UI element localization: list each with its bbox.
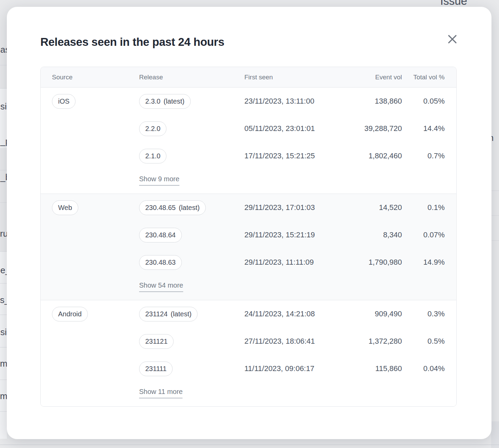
backdrop-text-fragment: m	[0, 358, 8, 369]
show-more-link[interactable]: Show 54 more	[139, 281, 183, 292]
table-header-row: Source Release First seen Event vol Tota…	[41, 67, 456, 88]
total-vol-value: 14.4%	[402, 124, 445, 133]
table-row: Web 230.48.65(latest) 29/11/2023, 17:01:…	[41, 194, 456, 221]
first-seen-value: 05/11/2023, 23:01:01	[244, 124, 324, 133]
first-seen-value: 29/11/2023, 11:11:09	[244, 258, 324, 267]
event-vol-value: 909,490	[324, 309, 402, 318]
column-header-release: Release	[139, 74, 244, 81]
show-more-row: Show 54 more	[41, 276, 456, 300]
backdrop-text-fragment: si	[0, 101, 7, 112]
release-badge: 230.48.64	[139, 228, 182, 242]
source-badge: Web	[52, 200, 78, 215]
backdrop-row-divider	[491, 240, 499, 241]
event-vol-value: 115,860	[324, 364, 402, 373]
release-badge: 231111	[139, 361, 173, 376]
release-latest-suffix: (latest)	[163, 97, 184, 105]
total-vol-value: 0.1%	[402, 203, 445, 212]
release-badge: 230.48.65(latest)	[139, 200, 206, 215]
release-version: 230.48.64	[145, 231, 176, 239]
table-row: 231111 11/11/2023, 09:06:17 115,860 0.04…	[41, 355, 456, 382]
release-latest-suffix: (latest)	[171, 310, 191, 318]
release-version: 2.1.0	[145, 152, 160, 160]
backdrop-row-divider	[0, 251, 7, 252]
backdrop-bottom-divider	[0, 445, 499, 445]
release-badge: 230.48.63	[139, 255, 182, 270]
backdrop-row-divider	[0, 88, 7, 89]
backdrop-row-divider	[491, 215, 499, 216]
release-group-ios: iOS 2.3.0(latest) 23/11/2023, 13:11:00 1…	[41, 88, 456, 194]
table-row: 230.48.63 29/11/2023, 11:11:09 1,790,980…	[41, 249, 456, 276]
release-badge: 231124(latest)	[139, 307, 198, 321]
backdrop-issue-column-header: Issue	[440, 0, 467, 8]
release-badge: 2.2.0	[139, 121, 166, 136]
table-row: 2.2.0 05/11/2023, 23:01:01 39,288,720 14…	[41, 115, 456, 142]
close-button[interactable]	[445, 32, 459, 46]
first-seen-value: 24/11/2023, 14:21:08	[244, 309, 324, 318]
source-badge: iOS	[52, 94, 76, 109]
first-seen-value: 11/11/2023, 09:06:17	[244, 364, 324, 373]
show-more-row: Show 11 more	[41, 382, 456, 406]
release-group-web: Web 230.48.65(latest) 29/11/2023, 17:01:…	[41, 194, 456, 300]
modal-header: Releases seen in the past 24 hours	[40, 7, 458, 67]
backdrop-row-divider	[0, 202, 7, 203]
total-vol-value: 0.05%	[402, 97, 445, 106]
source-badge: Android	[52, 307, 88, 321]
total-vol-value: 0.5%	[402, 337, 445, 346]
total-vol-value: 0.3%	[402, 309, 445, 318]
table-row: Android 231124(latest) 24/11/2023, 14:21…	[41, 300, 456, 328]
backdrop-row-divider	[0, 283, 7, 284]
event-vol-value: 8,340	[324, 230, 402, 239]
release-version: 231124	[145, 310, 167, 318]
event-vol-value: 138,860	[324, 97, 402, 106]
backdrop-row-divider	[0, 170, 7, 170]
column-header-event-vol: Event vol	[324, 74, 402, 81]
show-more-link[interactable]: Show 9 more	[139, 175, 179, 186]
table-row: 231121 27/11/2023, 18:06:41 1,372,280 0.…	[41, 328, 456, 355]
release-badge: 2.3.0(latest)	[139, 94, 191, 109]
event-vol-value: 14,520	[324, 203, 402, 212]
release-version: 2.2.0	[145, 125, 160, 133]
release-version: 2.3.0	[145, 97, 160, 105]
close-icon	[448, 35, 457, 44]
release-group-android: Android 231124(latest) 24/11/2023, 14:21…	[41, 300, 456, 406]
release-badge: 2.1.0	[139, 149, 166, 163]
release-version: 231111	[145, 365, 166, 373]
total-vol-value: 0.07%	[402, 230, 445, 239]
column-header-first-seen: First seen	[244, 74, 324, 81]
event-vol-value: 1,802,460	[324, 151, 402, 160]
backdrop-text-fragment: m	[0, 391, 8, 401]
release-latest-suffix: (latest)	[179, 204, 200, 212]
releases-table: Source Release First seen Event vol Tota…	[40, 67, 457, 407]
column-header-source: Source	[52, 74, 139, 81]
backdrop-text-fragment: si	[0, 327, 7, 338]
backdrop-row-divider	[0, 347, 7, 347]
first-seen-value: 23/11/2023, 13:11:00	[244, 97, 324, 106]
backdrop-row-divider	[0, 315, 7, 315]
first-seen-value: 29/11/2023, 15:21:19	[244, 230, 324, 239]
backdrop-row-divider	[0, 411, 7, 412]
first-seen-value: 27/11/2023, 18:06:41	[244, 337, 324, 346]
release-badge: 231121	[139, 334, 174, 349]
release-version: 230.48.63	[145, 259, 176, 266]
release-version: 231121	[145, 338, 167, 345]
backdrop-row-divider	[0, 380, 7, 380]
table-row: iOS 2.3.0(latest) 23/11/2023, 13:11:00 1…	[41, 88, 456, 115]
table-row: 230.48.64 29/11/2023, 15:21:19 8,340 0.0…	[41, 221, 456, 249]
total-vol-value: 0.7%	[402, 151, 445, 160]
show-more-row: Show 9 more	[41, 170, 456, 194]
total-vol-value: 0.04%	[402, 364, 445, 373]
backdrop-row-divider	[491, 190, 499, 191]
event-vol-value: 1,372,280	[324, 337, 402, 346]
total-vol-value: 14.9%	[402, 258, 445, 267]
releases-modal: Releases seen in the past 24 hours Sourc…	[7, 7, 491, 439]
column-header-total-vol: Total vol %	[402, 74, 445, 81]
show-more-link[interactable]: Show 11 more	[139, 388, 183, 398]
modal-title: Releases seen in the past 24 hours	[40, 36, 458, 49]
first-seen-value: 29/11/2023, 17:01:03	[244, 203, 324, 212]
backdrop-row-divider	[0, 65, 7, 65]
first-seen-value: 17/11/2023, 15:21:25	[244, 151, 324, 160]
event-vol-value: 1,790,980	[324, 258, 402, 267]
event-vol-value: 39,288,720	[324, 124, 402, 133]
backdrop-row-patch	[0, 251, 7, 439]
table-row: 2.1.0 17/11/2023, 15:21:25 1,802,460 0.7…	[41, 142, 456, 170]
